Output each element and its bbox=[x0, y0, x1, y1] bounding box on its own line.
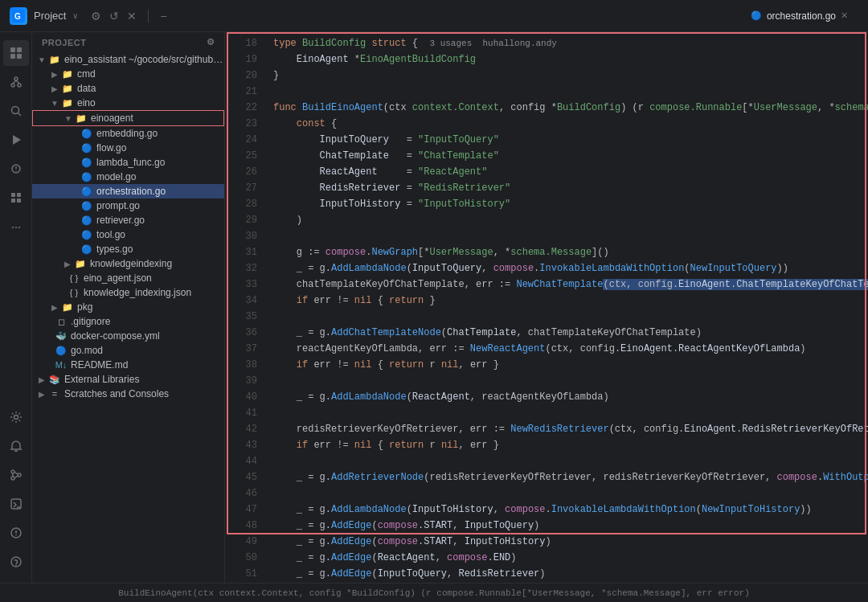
tree-item-embedding[interactable]: 🔵 embedding.go bbox=[32, 126, 224, 141]
sidebar-icon-notification[interactable] bbox=[3, 433, 29, 459]
tree-item-knowledgeindexing[interactable]: ▶ 📁 knowledgeindexing bbox=[32, 256, 224, 271]
gear-icon[interactable]: ⚙ bbox=[207, 37, 215, 47]
sidebar-icon-search[interactable] bbox=[3, 98, 29, 124]
tree-item-eino-agent-json[interactable]: { } eino_agent.json bbox=[32, 271, 224, 285]
tree-item-knowledge-json[interactable]: { } knowledge_indexing.json bbox=[32, 285, 224, 300]
code-line-50: _ = g.AddEdge(ReactAgent, compose.END) bbox=[264, 550, 868, 566]
tree-item-orchestration[interactable]: 🔵 orchestration.go bbox=[32, 184, 224, 199]
sidebar-icon-help[interactable] bbox=[3, 549, 29, 575]
code-line-32: _ = g.AddLambdaNode(InputToQuery, compos… bbox=[264, 260, 868, 276]
tree-item-readme[interactable]: M↓ README.md bbox=[32, 358, 224, 372]
go-file-icon-lambda: 🔵 bbox=[80, 158, 93, 168]
svg-point-24 bbox=[18, 473, 21, 477]
code-line-38: if err != nil { return r nil, err } bbox=[264, 357, 868, 373]
tree-item-cmd[interactable]: ▶ 📁 cmd bbox=[32, 67, 224, 81]
sidebar-icon-terminal[interactable] bbox=[3, 491, 29, 517]
tree-item-eino[interactable]: ▼ 📁 eino bbox=[32, 96, 224, 110]
refresh-icon[interactable]: ↺ bbox=[109, 10, 119, 23]
svg-rect-19 bbox=[11, 199, 15, 203]
code-line-37: reactAgentKeyOfLambda, err := NewReactAg… bbox=[264, 341, 868, 357]
project-tree-label: Project bbox=[42, 38, 86, 47]
separator bbox=[148, 10, 149, 23]
go-file-icon-embedding: 🔵 bbox=[80, 129, 93, 139]
sidebar-icon-more[interactable]: ··· bbox=[3, 214, 29, 240]
tree-item-data[interactable]: ▶ 📁 data bbox=[32, 81, 224, 96]
sidebar-icon-run[interactable] bbox=[3, 127, 29, 153]
code-line-42: redisRetrieverKeyOfRetriever, err := New… bbox=[264, 421, 868, 437]
status-bar-text: BuildEinoAgent(ctx context.Context, conf… bbox=[10, 588, 858, 598]
tree-item-gitignore[interactable]: ◻ .gitignore bbox=[32, 314, 224, 329]
tree-label-orch: orchestration.go bbox=[96, 186, 224, 197]
scratches-icon: = bbox=[48, 389, 61, 399]
go-file-icon: 🔵 bbox=[751, 10, 762, 21]
minimize-icon[interactable]: − bbox=[160, 10, 166, 23]
svg-point-21 bbox=[14, 416, 18, 420]
svg-point-11 bbox=[11, 107, 18, 114]
settings-toolbar-icon[interactable]: ⚙ bbox=[91, 10, 101, 23]
code-line-45: _ = g.AddRetrieverNode(redisRetrieverKey… bbox=[264, 469, 868, 485]
sidebar-icon-git[interactable] bbox=[3, 69, 29, 95]
tree-arrow-knowledge: ▶ bbox=[61, 260, 74, 268]
tree-item-external-libs[interactable]: ▶ 📚 External Libraries bbox=[32, 372, 224, 387]
code-line-27: RedisRetriever = "RedisRetriever" bbox=[264, 180, 868, 196]
tree-item-lambda[interactable]: 🔵 lambda_func.go bbox=[32, 155, 224, 170]
tab-orchestration[interactable]: 🔵 orchestration.go ✕ bbox=[741, 0, 858, 31]
tree-item-einoagent[interactable]: ▼ 📁 einoagent bbox=[32, 110, 224, 126]
tree-arrow-cmd: ▶ bbox=[48, 70, 61, 79]
tree-item-docker[interactable]: 🐳 docker-compose.yml bbox=[32, 329, 224, 343]
svg-rect-5 bbox=[17, 54, 22, 59]
svg-line-10 bbox=[16, 80, 19, 84]
tree-item-retriever[interactable]: 🔵 retriever.go bbox=[32, 213, 224, 227]
go-file-icon-flow: 🔵 bbox=[80, 143, 93, 154]
docker-file-icon: 🐳 bbox=[55, 331, 68, 342]
go-file-icon-retriever: 🔵 bbox=[80, 215, 93, 226]
code-line-47: _ = g.AddLambdaNode(InputToHistory, comp… bbox=[264, 502, 868, 518]
tree-arrow-einoagent: ▼ bbox=[62, 114, 75, 123]
code-line-39 bbox=[264, 373, 868, 389]
sidebar-icon-git-bottom[interactable] bbox=[3, 462, 29, 488]
code-line-26: ReactAgent = "ReactAgent" bbox=[264, 164, 868, 180]
tree-item-root[interactable]: ▼ 📁 eino_assistant ~/gocode/src/github.c… bbox=[32, 52, 224, 67]
sidebar-icon-settings[interactable] bbox=[3, 404, 29, 430]
tree-item-types[interactable]: 🔵 types.go bbox=[32, 242, 224, 256]
sidebar-icon-project[interactable] bbox=[3, 40, 29, 66]
tree-label-eino-agent-json: eino_agent.json bbox=[84, 272, 224, 284]
svg-rect-2 bbox=[10, 47, 15, 52]
tab-close-icon[interactable]: ✕ bbox=[841, 10, 848, 21]
ext-libs-icon: 📚 bbox=[48, 375, 61, 385]
tree-label-eino: eino bbox=[77, 97, 224, 109]
code-line-41 bbox=[264, 405, 868, 421]
tree-label-cmd: cmd bbox=[77, 68, 224, 80]
code-line-18: type BuildConfig struct { 3 usages huhal… bbox=[264, 35, 868, 51]
tree-arrow-eino: ▼ bbox=[48, 99, 61, 108]
sidebar-icon-plugins[interactable] bbox=[3, 185, 29, 211]
tree-item-gomod[interactable]: 🔵 go.mod bbox=[32, 343, 224, 358]
svg-rect-20 bbox=[17, 199, 21, 203]
tree-item-pkg[interactable]: ▶ 📁 pkg bbox=[32, 300, 224, 314]
tree-arrow-scratches: ▶ bbox=[35, 390, 48, 399]
code-line-34: if err != nil { return } bbox=[264, 293, 868, 309]
svg-line-12 bbox=[18, 113, 21, 117]
sidebar-icon-problems[interactable] bbox=[3, 520, 29, 546]
go-file-icon-tool: 🔵 bbox=[80, 230, 93, 240]
tree-label-gitignore: .gitignore bbox=[71, 316, 224, 327]
code-line-28: InputToHistory = "InputToHistory" bbox=[264, 196, 868, 212]
tree-item-scratches[interactable]: ▶ = Scratches and Consoles bbox=[32, 387, 224, 401]
code-area[interactable]: type BuildConfig struct { 3 usages huhal… bbox=[264, 32, 868, 583]
tree-item-tool[interactable]: 🔵 tool.go bbox=[32, 227, 224, 242]
code-line-51: _ = g.AddEdge(InputToQuery, RedisRetriev… bbox=[264, 566, 868, 582]
sidebar-icon-debug[interactable] bbox=[3, 156, 29, 182]
tree-item-flow[interactable]: 🔵 flow.go bbox=[32, 141, 224, 155]
chevron-down-icon[interactable]: ∨ bbox=[72, 11, 78, 20]
go-file-icon-prompt: 🔵 bbox=[80, 201, 93, 211]
project-label[interactable]: Project bbox=[34, 10, 66, 22]
close-icon[interactable]: ✕ bbox=[127, 10, 137, 23]
code-line-52: _ = g.AddEdge(RedisRetriever, ChatTempla… bbox=[264, 582, 868, 583]
svg-point-34 bbox=[15, 564, 17, 566]
tree-label-root: eino_assistant ~/gocode/src/github.com/c… bbox=[64, 54, 224, 65]
tree-label-knowledge-json: knowledge_indexing.json bbox=[84, 287, 224, 298]
tree-item-prompt[interactable]: 🔵 prompt.go bbox=[32, 199, 224, 213]
tree-item-model[interactable]: 🔵 model.go bbox=[32, 170, 224, 184]
code-line-22: func BuildEinoAgent(ctx context.Context,… bbox=[264, 100, 868, 116]
svg-rect-4 bbox=[10, 54, 15, 59]
